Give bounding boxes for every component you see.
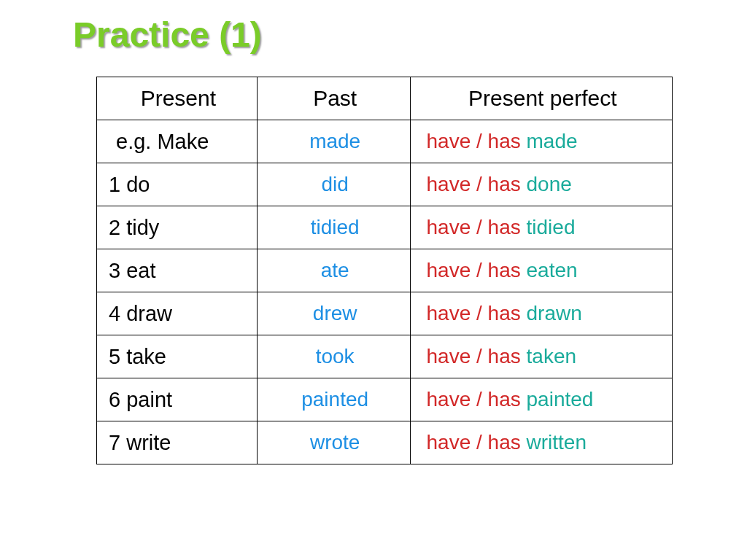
past-cell: drew [257,292,410,335]
pp-prefix: have / has [427,173,521,195]
pp-participle: drawn [527,302,582,324]
page-title: Practice (1) [73,15,747,55]
table-row: 5 taketookhave / has taken [97,335,673,378]
table-row: 1 dodidhave / has done [97,163,673,206]
table-row: 3 eatatehave / has eaten [97,249,673,292]
pp-prefix: have / has [427,431,521,454]
slide: Practice (1) Present Past Present perfec… [0,0,747,560]
pp-prefix: have / has [427,216,521,238]
past-cell: made [257,120,410,163]
verb-table-container: Present Past Present perfect e.g. Makema… [96,77,673,464]
col-header-present: Present [97,77,258,120]
pp-prefix: have / has [427,302,521,324]
present-cell: e.g. Make [97,120,258,163]
pp-participle: painted [527,388,594,411]
pp-participle: eaten [527,259,578,281]
past-cell: painted [257,378,410,421]
pp-prefix: have / has [427,345,521,368]
pp-participle: tidied [527,216,576,238]
past-cell: wrote [257,421,410,464]
table-header-row: Present Past Present perfect [97,77,673,120]
present-cell: 7 write [97,421,258,464]
pp-prefix: have / has [427,388,521,411]
present-cell: 4 draw [97,292,258,335]
past-cell: did [257,163,410,206]
present-perfect-cell: have / has eaten [410,249,672,292]
table-row: e.g. Makemadehave / has made [97,120,673,163]
pp-participle: done [527,173,572,195]
pp-prefix: have / has [427,259,521,281]
present-perfect-cell: have / has taken [410,335,672,378]
table-row: 6 paintpaintedhave / has painted [97,378,673,421]
past-cell: took [257,335,410,378]
pp-participle: made [527,130,578,152]
present-perfect-cell: have / has made [410,120,672,163]
pp-prefix: have / has [427,130,521,152]
present-cell: 3 eat [97,249,258,292]
past-cell: tidied [257,206,410,249]
present-cell: 5 take [97,335,258,378]
pp-participle: taken [527,345,577,368]
table-row: 2 tidytidiedhave / has tidied [97,206,673,249]
past-cell: ate [257,249,410,292]
present-perfect-cell: have / has written [410,421,672,464]
present-cell: 1 do [97,163,258,206]
present-cell: 6 paint [97,378,258,421]
table-row: 7 writewrotehave / has written [97,421,673,464]
present-perfect-cell: have / has tidied [410,206,672,249]
pp-participle: written [527,431,587,454]
col-header-present-perfect: Present perfect [410,77,672,120]
present-perfect-cell: have / has done [410,163,672,206]
present-cell: 2 tidy [97,206,258,249]
verb-table: Present Past Present perfect e.g. Makema… [96,77,673,464]
table-body: e.g. Makemadehave / has made1 dodidhave … [97,120,673,464]
present-perfect-cell: have / has drawn [410,292,672,335]
table-row: 4 drawdrewhave / has drawn [97,292,673,335]
col-header-past: Past [257,77,410,120]
present-perfect-cell: have / has painted [410,378,672,421]
